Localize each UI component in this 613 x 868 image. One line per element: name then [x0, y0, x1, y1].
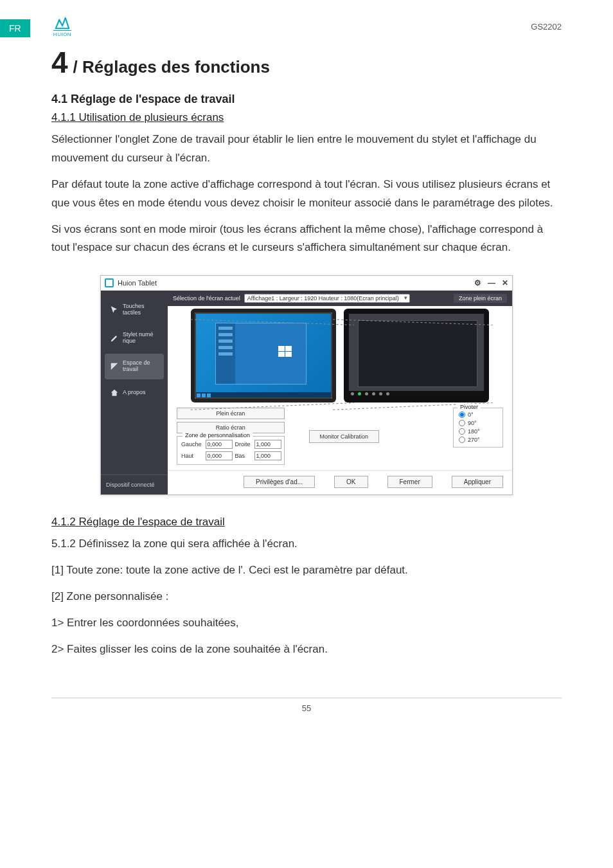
sidebar-item-workspace[interactable]: Espace de travail: [105, 354, 164, 379]
titlebar: Huion Tablet ⚙ — ✕: [101, 276, 512, 291]
sidebar: Touches tactiles Stylet numé rique Espac…: [101, 291, 168, 494]
top-input[interactable]: [206, 451, 233, 460]
right-input[interactable]: [254, 440, 281, 449]
desktop-window-mock: [215, 323, 306, 384]
tablet-preview[interactable]: [348, 312, 485, 399]
brand-logo-text: HUION: [53, 30, 71, 37]
sidebar-item-label: Touches tactiles: [123, 303, 159, 316]
pivot-0[interactable]: 0°: [459, 411, 497, 418]
custom-zone-legend: Zone de personnalisation: [182, 432, 253, 439]
paragraph: Sélectionner l'onglet Zone de travail po…: [51, 131, 562, 168]
svg-marker-0: [56, 18, 69, 28]
heading-4-1-2: 4.1.2 Réglage de l'espace de travail: [51, 516, 562, 529]
apply-button[interactable]: Appliquer: [452, 476, 503, 488]
left-input[interactable]: [206, 440, 233, 449]
brand-logo: HUION: [51, 17, 73, 37]
full-zone-button[interactable]: Zone plein écran: [454, 294, 507, 303]
heading-4-1: 4.1 Réglage de l'espace de travail: [51, 93, 562, 106]
sidebar-item-label: Stylet numé rique: [123, 332, 159, 345]
settings-icon[interactable]: ⚙: [474, 278, 481, 287]
cursor-icon: [110, 305, 119, 314]
bottom-label: Bas: [235, 453, 251, 459]
app-window: Huion Tablet ⚙ — ✕ Touches tactiles: [100, 275, 513, 495]
sidebar-item-about[interactable]: A propos: [105, 382, 164, 404]
custom-zone-group: Zone de personnalisation Gauche Droite H…: [177, 436, 285, 465]
sidebar-item-touchkeys[interactable]: Touches tactiles: [105, 297, 164, 323]
mapping-diagram: [177, 312, 503, 399]
model-number: GS2202: [531, 22, 562, 32]
paragraph: Par défaut toute la zone active d'affich…: [51, 176, 562, 213]
toolbar: Sélection de l'écran actuel Affichage1 :…: [168, 291, 512, 306]
right-label: Droite: [235, 441, 251, 448]
close-button[interactable]: ✕: [502, 278, 508, 287]
monitor-calibration-button[interactable]: Monitor Calibration: [309, 430, 380, 443]
dialog-footer: Privilèges d'ad... OK Fermer Appliquer: [168, 470, 512, 494]
pivot-group: Pivoter 0° 90° 180° 270°: [453, 408, 503, 448]
app-title: Huion Tablet: [118, 279, 157, 287]
windows-logo-icon: [278, 346, 292, 357]
section-title-text: / Réglages des fonctions: [73, 57, 270, 77]
sidebar-footer: Dispositif connecté: [101, 475, 168, 494]
paragraph: Si vos écrans sont en mode miroir (tous …: [51, 221, 562, 258]
embedded-screenshot: Huion Tablet ⚙ — ✕ Touches tactiles: [51, 275, 562, 495]
top-label: Haut: [181, 453, 202, 459]
sidebar-item-pen[interactable]: Stylet numé rique: [105, 325, 164, 351]
app-icon: [105, 278, 114, 287]
minimize-button[interactable]: —: [488, 278, 495, 287]
pivot-90[interactable]: 90°: [459, 420, 497, 426]
page-header: HUION GS2202: [51, 19, 562, 37]
taskbar-mock: [196, 392, 331, 397]
paragraph: [2] Zone personnalisée :: [51, 588, 562, 606]
tablet-bar: [349, 391, 484, 397]
paragraph: 2> Faites glisser les coins de la zone s…: [51, 640, 562, 659]
section-number: 4: [51, 48, 68, 77]
heading-4-1-1: 4.1.1 Utilisation de plusieurs écrans: [51, 111, 562, 124]
sidebar-item-label: Espace de travail: [123, 360, 159, 373]
left-label: Gauche: [181, 441, 202, 448]
pivot-legend: Pivoter: [458, 404, 481, 410]
pivot-270[interactable]: 270°: [459, 437, 497, 443]
pivot-180[interactable]: 180°: [459, 428, 497, 435]
home-icon: [110, 388, 119, 397]
huion-logo-icon: [51, 17, 73, 30]
full-screen-button[interactable]: Plein écran: [177, 408, 285, 419]
paragraph: 5.1.2 Définissez la zone qui sera affich…: [51, 535, 562, 554]
pen-icon: [110, 334, 119, 343]
bottom-input[interactable]: [254, 451, 281, 460]
monitor-preview[interactable]: [195, 312, 332, 399]
paragraph: 1> Entrer les coordonnées souhaitées,: [51, 614, 562, 633]
workspace-icon: [110, 362, 119, 371]
close-dialog-button[interactable]: Fermer: [387, 476, 432, 488]
ok-button[interactable]: OK: [334, 476, 368, 488]
page-number: 55: [51, 698, 562, 713]
toolbar-label: Sélection de l'écran actuel: [173, 295, 240, 302]
paragraph: [1] Toute zone: toute la zone active de …: [51, 561, 562, 580]
screen-select[interactable]: Affichage1 : Largeur : 1920 Hauteur : 10…: [244, 294, 410, 303]
privileges-button[interactable]: Privilèges d'ad...: [244, 476, 315, 488]
tablet-active-area: [358, 320, 477, 387]
sidebar-item-label: A propos: [123, 390, 146, 396]
section-title: 4 / Réglages des fonctions: [51, 48, 562, 77]
